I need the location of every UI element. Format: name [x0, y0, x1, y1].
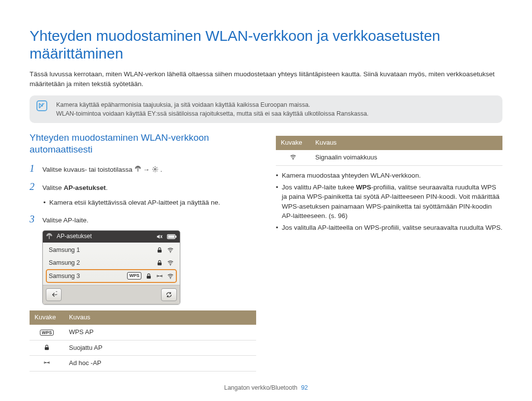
step-2-bold: AP-asetukset	[64, 184, 106, 191]
svg-point-7	[170, 252, 171, 253]
adhoc-icon	[43, 359, 50, 366]
table-row: WPS WPS AP	[30, 325, 256, 340]
note-line-1: Kamera käyttää epäharmonisia taajuuksia,…	[56, 100, 496, 109]
step-1: 1 Valitse kuvaus- tai toistotilassa → .	[30, 161, 256, 176]
step-2-pre: Valitse	[42, 184, 64, 191]
svg-rect-5	[175, 236, 176, 238]
device-header-title: AP-asetukset	[57, 232, 92, 241]
svg-rect-10	[147, 276, 151, 278]
right-bullet-list: Kamera muodostaa yhteyden WLAN-verkkoon.…	[276, 171, 502, 232]
ap-row[interactable]: Samsung 1	[46, 244, 177, 256]
svg-rect-8	[158, 262, 162, 265]
footer-text: Langaton verkko/Bluetooth	[224, 384, 298, 391]
device-ap-list: Samsung 1 Samsung 2 Samsung 3 WPS	[43, 243, 180, 285]
ap-name: Samsung 3	[49, 272, 123, 280]
arrow-text: →	[143, 166, 150, 173]
table-row: Signaalin voimakkuus	[276, 150, 502, 165]
step-3-text: Valitse AP-laite.	[42, 216, 256, 225]
lock-icon	[145, 273, 152, 279]
ap-name: Samsung 2	[49, 258, 152, 267]
note-icon	[36, 100, 47, 111]
antenna-icon	[134, 166, 141, 173]
antenna-icon	[46, 233, 53, 240]
lock-icon	[43, 344, 50, 351]
svg-point-15	[45, 362, 46, 363]
table-header-icon: Kuvake	[276, 136, 310, 150]
battery-icon	[167, 233, 177, 240]
ap-row[interactable]: Samsung 2	[46, 256, 177, 269]
step-2-post: .	[106, 184, 108, 191]
list-item: Jos valitulla AP-laitteella on WPS-profi…	[276, 223, 502, 233]
svg-point-9	[170, 265, 171, 266]
step-number: 2	[30, 180, 37, 194]
refresh-button[interactable]	[161, 288, 177, 301]
table-row: Suojattu AP	[30, 340, 256, 356]
note-box: Kamera käyttää epäharmonisia taajuuksia,…	[30, 95, 502, 123]
step-number: 3	[30, 212, 37, 226]
wifi-icon	[167, 247, 174, 253]
step-2: 2 Valitse AP-asetukset.	[30, 180, 256, 194]
intro-paragraph: Tässä luvussa kerrotaan, miten WLAN-verk…	[30, 69, 502, 89]
step-2-bullet-list: Kamera etsii käytettävissä olevat AP-lai…	[43, 198, 256, 208]
step-3: 3 Valitse AP-laite.	[30, 212, 256, 226]
wifi-icon	[290, 154, 297, 160]
icon-legend-table-right: Kuvake Kuvaus Signaalin voimakkuus	[276, 136, 502, 166]
svg-point-17	[293, 159, 294, 160]
svg-point-16	[48, 362, 49, 363]
wps-badge: WPS	[127, 272, 141, 279]
table-desc: Signaalin voimakkuus	[310, 150, 502, 165]
wifi-icon	[167, 259, 174, 266]
svg-rect-6	[158, 249, 162, 252]
step-1-text: Valitse kuvaus- tai toistotilassa	[42, 166, 134, 173]
svg-rect-14	[45, 347, 49, 350]
left-column: Yhteyden muodostaminen WLAN-verkkoon aut…	[30, 132, 256, 376]
svg-point-12	[161, 276, 162, 277]
refresh-icon	[166, 291, 172, 298]
icon-legend-table-left: Kuvake Kuvaus WPS WPS AP Suojattu AP Ad …	[30, 310, 256, 371]
device-header: AP-asetukset	[43, 231, 180, 242]
svg-point-13	[170, 278, 171, 279]
list-item: Jos valittu AP-laite tukee WPS-profiilia…	[276, 183, 502, 221]
device-screenshot: AP-asetukset Samsung 1 Samsung 2 Samsung	[42, 230, 180, 304]
list-item: Kamera muodostaa yhteyden WLAN-verkkoon.	[276, 171, 502, 181]
mute-icon	[156, 233, 163, 240]
table-desc: Ad hoc -AP	[64, 356, 256, 371]
lock-icon	[156, 259, 163, 266]
table-header-desc: Kuvaus	[64, 310, 256, 325]
adhoc-icon	[156, 273, 163, 279]
period: .	[160, 166, 162, 173]
section-subheading: Yhteyden muodostaminen WLAN-verkkoon aut…	[30, 132, 256, 155]
gear-icon	[152, 166, 159, 173]
table-desc: WPS AP	[64, 325, 256, 340]
svg-point-0	[154, 168, 156, 170]
svg-rect-4	[168, 235, 174, 238]
lock-icon	[156, 247, 163, 253]
table-header-desc: Kuvaus	[310, 136, 502, 150]
svg-point-11	[158, 276, 159, 277]
note-line-2: WLAN-toimintoa voidaan käyttää EY:ssä si…	[56, 109, 496, 118]
ap-name: Samsung 1	[49, 246, 152, 254]
ap-row-selected[interactable]: Samsung 3 WPS	[46, 269, 177, 283]
wifi-icon	[167, 273, 174, 279]
back-arrow-icon	[50, 291, 57, 298]
wps-badge-icon: WPS	[40, 330, 54, 336]
step-number: 1	[30, 161, 37, 176]
table-row: Ad hoc -AP	[30, 356, 256, 371]
back-button[interactable]	[46, 288, 62, 301]
step-2-bullet: Kamera etsii käytettävissä olevat AP-lai…	[43, 198, 256, 208]
table-desc: Suojattu AP	[64, 340, 256, 356]
device-footer	[43, 285, 180, 304]
page-footer: Langaton verkko/Bluetooth 92	[0, 383, 532, 392]
right-column: Kuvake Kuvaus Signaalin voimakkuus Kamer…	[276, 132, 502, 376]
page-number: 92	[301, 384, 308, 391]
page-title: Yhteyden muodostaminen WLAN-verkkoon ja …	[30, 27, 502, 62]
table-header-icon: Kuvake	[30, 310, 64, 325]
